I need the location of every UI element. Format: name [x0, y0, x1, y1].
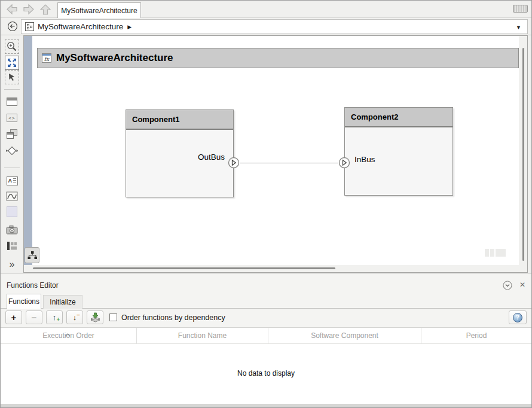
- canvas-resize-badge: [485, 249, 506, 257]
- code-block-icon[interactable]: <>: [5, 111, 19, 125]
- move-down-button[interactable]: ↓ −: [66, 310, 83, 324]
- tab-initialize[interactable]: Initialize: [43, 295, 82, 309]
- palette-overflow-icon[interactable]: »: [5, 257, 19, 272]
- functions-table-body: No data to display: [1, 344, 531, 405]
- tab-initialize-label: Initialize: [50, 298, 75, 306]
- subsystem-icon[interactable]: [5, 95, 19, 109]
- outbus-port-label[interactable]: OutBus: [198, 153, 225, 162]
- diagram-title: MySoftwareArchitecture: [56, 52, 173, 64]
- copy-block-icon[interactable]: [5, 127, 19, 141]
- tab-mysoftwarearchitecture[interactable]: MySoftwareArchitecture: [57, 2, 141, 18]
- component2-name: Component2: [351, 112, 398, 121]
- model-icon: [25, 22, 34, 31]
- bus-connection-wire[interactable]: [240, 163, 338, 163]
- add-function-button[interactable]: +: [5, 310, 22, 324]
- help-icon: ?: [513, 313, 522, 322]
- functions-editor-panel: Functions Editor ✕ Functions Initialize …: [1, 273, 531, 404]
- empty-table-message: No data to display: [1, 369, 531, 377]
- vertical-scrollbar[interactable]: [519, 36, 527, 265]
- sort-ascending-icon[interactable]: [65, 328, 71, 339]
- separator: [4, 168, 20, 168]
- move-up-button[interactable]: ↑ +: [46, 310, 63, 324]
- scrollbar-corner: [519, 265, 527, 272]
- keyboard-shortcuts-icon[interactable]: [513, 5, 528, 13]
- outbus-port-icon[interactable]: [228, 157, 240, 169]
- palette-toolbar: <> A »: [1, 35, 23, 273]
- canvas-frame: fx MySoftwareArchitecture Component1 Out…: [23, 35, 528, 273]
- zoom-in-icon[interactable]: [5, 39, 19, 54]
- inbus-port-label[interactable]: InBus: [354, 155, 375, 164]
- remove-function-button[interactable]: −: [26, 310, 42, 324]
- component1-header[interactable]: Component1: [126, 110, 233, 130]
- tab-functions-label: Functions: [8, 297, 39, 306]
- move-up-plus-badge: +: [57, 316, 60, 322]
- functions-editor-tabs: Functions Initialize: [1, 294, 531, 309]
- editor-main-area: <> A »: [1, 35, 531, 273]
- viewmark-icon[interactable]: [5, 239, 19, 253]
- window-bottom-edge: [1, 404, 531, 408]
- component1-block[interactable]: Component1 OutBus: [126, 109, 234, 197]
- tab-label: MySoftwareArchitecture: [61, 7, 137, 15]
- up-icon[interactable]: [39, 3, 52, 16]
- breadcrumb[interactable]: MySoftwareArchitecture ▶ ▼: [21, 19, 528, 34]
- inbus-port-icon[interactable]: [338, 157, 350, 169]
- back-icon[interactable]: [5, 3, 19, 16]
- document-tab-bar: MySoftwareArchitecture: [1, 1, 531, 18]
- diagram-canvas[interactable]: fx MySoftwareArchitecture Component1 Out…: [32, 36, 519, 265]
- model-browser-toggle-button[interactable]: [25, 247, 39, 263]
- functions-toolbar: + − ↑ + ↓ − Order functions by dependenc…: [1, 309, 531, 327]
- image-icon[interactable]: [5, 189, 19, 203]
- component2-block[interactable]: Component2 InBus: [344, 107, 453, 196]
- fx-icon: fx: [42, 53, 51, 63]
- move-down-minus-badge: −: [77, 312, 80, 318]
- camera-icon[interactable]: [5, 223, 19, 237]
- forward-icon[interactable]: [22, 3, 35, 16]
- diagram-title-bar: fx MySoftwareArchitecture: [37, 48, 519, 68]
- signal-route-icon[interactable]: [5, 144, 19, 158]
- breadcrumb-arrow-icon[interactable]: ▶: [127, 24, 132, 30]
- separator: [4, 89, 20, 90]
- model-browser-strip: [24, 36, 32, 265]
- app-window: MySoftwareArchitecture MySoftwareArchite…: [0, 0, 532, 408]
- area-icon[interactable]: [5, 205, 19, 219]
- update-diagram-button[interactable]: [87, 310, 103, 324]
- column-period[interactable]: Period: [421, 328, 531, 343]
- breadcrumb-model-name[interactable]: MySoftwareArchitecture: [38, 22, 123, 31]
- functions-editor-header: Functions Editor ✕: [1, 277, 531, 294]
- horizontal-scrollbar[interactable]: [24, 265, 519, 272]
- tab-functions[interactable]: Functions: [7, 294, 41, 309]
- order-by-dependency-checkbox[interactable]: [109, 313, 117, 321]
- breadcrumb-dropdown-icon[interactable]: ▼: [516, 25, 521, 31]
- functions-editor-title: Functions Editor: [7, 281, 59, 290]
- horizontal-scrollbar-thumb[interactable]: [33, 267, 335, 269]
- fit-to-view-icon[interactable]: [5, 56, 19, 70]
- help-button[interactable]: ?: [509, 310, 527, 324]
- order-by-dependency-label: Order functions by dependency: [121, 313, 225, 322]
- annotation-icon[interactable]: A: [5, 173, 19, 188]
- column-function-name[interactable]: Function Name: [137, 328, 268, 343]
- breadcrumb-bar: MySoftwareArchitecture ▶ ▼: [1, 18, 531, 35]
- component2-header[interactable]: Component2: [345, 108, 452, 127]
- collapse-panel-icon[interactable]: [503, 281, 512, 290]
- back-circle-icon[interactable]: [7, 21, 18, 32]
- column-software-component[interactable]: Software Component: [268, 328, 421, 343]
- component1-name: Component1: [132, 115, 179, 124]
- functions-table-header: Execution Order Function Name Software C…: [1, 327, 531, 344]
- select-arrow-icon[interactable]: [5, 70, 19, 84]
- vertical-scrollbar-thumb[interactable]: [522, 48, 524, 261]
- close-panel-icon[interactable]: ✕: [519, 281, 525, 289]
